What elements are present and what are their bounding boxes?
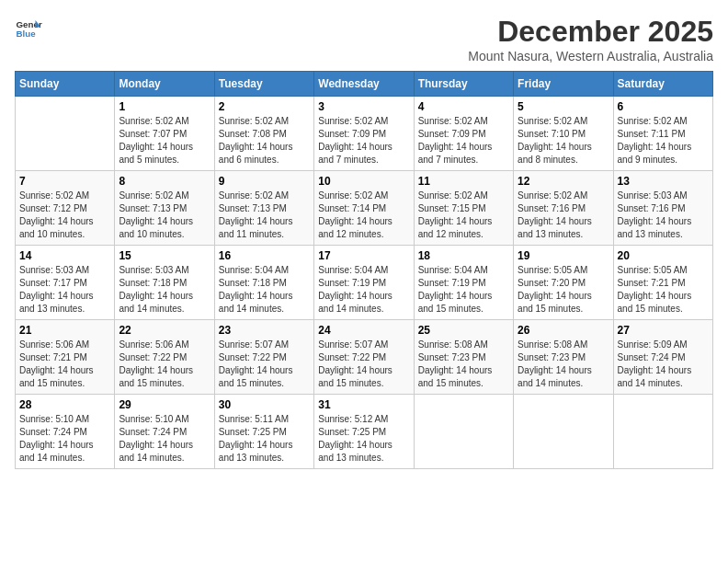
day-info: Sunrise: 5:02 AM Sunset: 7:11 PM Dayligh… bbox=[618, 115, 709, 167]
calendar-day-cell: 18Sunrise: 5:04 AM Sunset: 7:19 PM Dayli… bbox=[414, 246, 513, 320]
calendar-day-cell: 17Sunrise: 5:04 AM Sunset: 7:19 PM Dayli… bbox=[314, 246, 414, 320]
day-number: 23 bbox=[219, 324, 310, 337]
day-info: Sunrise: 5:03 AM Sunset: 7:18 PM Dayligh… bbox=[119, 264, 210, 316]
calendar-day-cell: 2Sunrise: 5:02 AM Sunset: 7:08 PM Daylig… bbox=[214, 97, 313, 171]
day-info: Sunrise: 5:02 AM Sunset: 7:15 PM Dayligh… bbox=[418, 190, 509, 241]
logo: General Blue bbox=[15, 15, 42, 42]
day-number: 27 bbox=[618, 324, 709, 337]
day-number: 6 bbox=[618, 100, 709, 113]
day-info: Sunrise: 5:02 AM Sunset: 7:10 PM Dayligh… bbox=[518, 115, 609, 167]
calendar-day-cell bbox=[414, 395, 513, 469]
day-number: 11 bbox=[418, 175, 509, 188]
day-number: 8 bbox=[119, 175, 210, 188]
calendar-day-cell: 1Sunrise: 5:02 AM Sunset: 7:07 PM Daylig… bbox=[115, 97, 214, 171]
day-number: 16 bbox=[219, 249, 310, 262]
calendar-day-cell: 29Sunrise: 5:10 AM Sunset: 7:24 PM Dayli… bbox=[115, 395, 214, 469]
day-info: Sunrise: 5:12 AM Sunset: 7:25 PM Dayligh… bbox=[318, 413, 409, 465]
day-info: Sunrise: 5:07 AM Sunset: 7:22 PM Dayligh… bbox=[318, 339, 409, 390]
calendar-week-row: 7Sunrise: 5:02 AM Sunset: 7:12 PM Daylig… bbox=[16, 171, 713, 246]
day-number: 4 bbox=[418, 100, 509, 113]
day-number: 24 bbox=[318, 324, 409, 337]
calendar-day-cell: 23Sunrise: 5:07 AM Sunset: 7:22 PM Dayli… bbox=[214, 320, 313, 395]
day-info: Sunrise: 5:08 AM Sunset: 7:23 PM Dayligh… bbox=[518, 339, 609, 390]
day-info: Sunrise: 5:02 AM Sunset: 7:16 PM Dayligh… bbox=[518, 190, 609, 241]
calendar-day-cell: 7Sunrise: 5:02 AM Sunset: 7:12 PM Daylig… bbox=[16, 171, 115, 246]
calendar-day-cell: 5Sunrise: 5:02 AM Sunset: 7:10 PM Daylig… bbox=[514, 97, 613, 171]
calendar-day-cell bbox=[613, 395, 712, 469]
calendar-day-cell: 27Sunrise: 5:09 AM Sunset: 7:24 PM Dayli… bbox=[613, 320, 712, 395]
day-info: Sunrise: 5:02 AM Sunset: 7:13 PM Dayligh… bbox=[119, 190, 210, 241]
calendar-week-row: 14Sunrise: 5:03 AM Sunset: 7:17 PM Dayli… bbox=[16, 246, 713, 320]
day-number: 28 bbox=[19, 398, 110, 411]
calendar-day-cell bbox=[514, 395, 613, 469]
day-info: Sunrise: 5:02 AM Sunset: 7:14 PM Dayligh… bbox=[318, 190, 409, 241]
day-info: Sunrise: 5:05 AM Sunset: 7:20 PM Dayligh… bbox=[518, 264, 609, 316]
day-info: Sunrise: 5:06 AM Sunset: 7:21 PM Dayligh… bbox=[19, 339, 110, 390]
calendar-week-row: 1Sunrise: 5:02 AM Sunset: 7:07 PM Daylig… bbox=[16, 97, 713, 171]
day-number: 12 bbox=[518, 175, 609, 188]
day-info: Sunrise: 5:10 AM Sunset: 7:24 PM Dayligh… bbox=[119, 413, 210, 465]
day-number: 14 bbox=[19, 249, 110, 262]
day-number: 2 bbox=[219, 100, 310, 113]
calendar-day-cell: 30Sunrise: 5:11 AM Sunset: 7:25 PM Dayli… bbox=[214, 395, 313, 469]
calendar-day-cell: 26Sunrise: 5:08 AM Sunset: 7:23 PM Dayli… bbox=[514, 320, 613, 395]
day-info: Sunrise: 5:02 AM Sunset: 7:09 PM Dayligh… bbox=[318, 115, 409, 167]
calendar-header-row: SundayMondayTuesdayWednesdayThursdayFrid… bbox=[16, 72, 713, 97]
day-info: Sunrise: 5:04 AM Sunset: 7:18 PM Dayligh… bbox=[219, 264, 310, 316]
calendar-day-cell: 20Sunrise: 5:05 AM Sunset: 7:21 PM Dayli… bbox=[613, 246, 712, 320]
calendar-day-cell: 4Sunrise: 5:02 AM Sunset: 7:09 PM Daylig… bbox=[414, 97, 513, 171]
calendar-day-cell: 22Sunrise: 5:06 AM Sunset: 7:22 PM Dayli… bbox=[115, 320, 214, 395]
calendar-day-cell: 31Sunrise: 5:12 AM Sunset: 7:25 PM Dayli… bbox=[314, 395, 414, 469]
day-info: Sunrise: 5:04 AM Sunset: 7:19 PM Dayligh… bbox=[318, 264, 409, 316]
day-info: Sunrise: 5:08 AM Sunset: 7:23 PM Dayligh… bbox=[418, 339, 509, 390]
calendar-day-cell: 28Sunrise: 5:10 AM Sunset: 7:24 PM Dayli… bbox=[16, 395, 115, 469]
day-info: Sunrise: 5:09 AM Sunset: 7:24 PM Dayligh… bbox=[618, 339, 709, 390]
day-number: 1 bbox=[119, 100, 210, 113]
day-number: 29 bbox=[119, 398, 210, 411]
day-number: 20 bbox=[618, 249, 709, 262]
day-number: 3 bbox=[318, 100, 409, 113]
day-info: Sunrise: 5:11 AM Sunset: 7:25 PM Dayligh… bbox=[219, 413, 310, 465]
day-number: 7 bbox=[19, 175, 110, 188]
day-number: 31 bbox=[318, 398, 409, 411]
day-number: 18 bbox=[418, 249, 509, 262]
calendar-day-cell: 21Sunrise: 5:06 AM Sunset: 7:21 PM Dayli… bbox=[16, 320, 115, 395]
calendar-day-cell: 8Sunrise: 5:02 AM Sunset: 7:13 PM Daylig… bbox=[115, 171, 214, 246]
calendar-day-cell: 13Sunrise: 5:03 AM Sunset: 7:16 PM Dayli… bbox=[613, 171, 712, 246]
calendar-header-cell: Tuesday bbox=[214, 72, 313, 97]
day-number: 30 bbox=[219, 398, 310, 411]
calendar-day-cell: 24Sunrise: 5:07 AM Sunset: 7:22 PM Dayli… bbox=[314, 320, 414, 395]
calendar-day-cell: 15Sunrise: 5:03 AM Sunset: 7:18 PM Dayli… bbox=[115, 246, 214, 320]
calendar-day-cell: 12Sunrise: 5:02 AM Sunset: 7:16 PM Dayli… bbox=[514, 171, 613, 246]
calendar-header-cell: Wednesday bbox=[314, 72, 414, 97]
day-number: 21 bbox=[19, 324, 110, 337]
svg-text:Blue: Blue bbox=[17, 29, 37, 39]
calendar-body: 1Sunrise: 5:02 AM Sunset: 7:07 PM Daylig… bbox=[16, 97, 713, 469]
day-number: 19 bbox=[518, 249, 609, 262]
svg-text:General: General bbox=[17, 19, 43, 29]
location-subtitle: Mount Nasura, Western Australia, Austral… bbox=[468, 49, 713, 63]
day-number: 9 bbox=[219, 175, 310, 188]
calendar-day-cell: 10Sunrise: 5:02 AM Sunset: 7:14 PM Dayli… bbox=[314, 171, 414, 246]
page-header: General Blue December 2025 Mount Nasura,… bbox=[15, 15, 713, 63]
calendar-day-cell: 16Sunrise: 5:04 AM Sunset: 7:18 PM Dayli… bbox=[214, 246, 313, 320]
calendar-day-cell: 25Sunrise: 5:08 AM Sunset: 7:23 PM Dayli… bbox=[414, 320, 513, 395]
day-number: 25 bbox=[418, 324, 509, 337]
day-number: 5 bbox=[518, 100, 609, 113]
day-number: 17 bbox=[318, 249, 409, 262]
day-info: Sunrise: 5:02 AM Sunset: 7:12 PM Dayligh… bbox=[19, 190, 110, 241]
calendar-day-cell: 9Sunrise: 5:02 AM Sunset: 7:13 PM Daylig… bbox=[214, 171, 313, 246]
calendar-header-cell: Saturday bbox=[613, 72, 712, 97]
logo-icon: General Blue bbox=[15, 15, 42, 42]
day-info: Sunrise: 5:03 AM Sunset: 7:17 PM Dayligh… bbox=[19, 264, 110, 316]
day-info: Sunrise: 5:04 AM Sunset: 7:19 PM Dayligh… bbox=[418, 264, 509, 316]
calendar-week-row: 28Sunrise: 5:10 AM Sunset: 7:24 PM Dayli… bbox=[16, 395, 713, 469]
day-number: 22 bbox=[119, 324, 210, 337]
day-info: Sunrise: 5:07 AM Sunset: 7:22 PM Dayligh… bbox=[219, 339, 310, 390]
calendar-header-cell: Sunday bbox=[16, 72, 115, 97]
day-info: Sunrise: 5:05 AM Sunset: 7:21 PM Dayligh… bbox=[618, 264, 709, 316]
day-info: Sunrise: 5:03 AM Sunset: 7:16 PM Dayligh… bbox=[618, 190, 709, 241]
calendar-header-cell: Thursday bbox=[414, 72, 513, 97]
calendar-header-cell: Monday bbox=[115, 72, 214, 97]
day-number: 10 bbox=[318, 175, 409, 188]
